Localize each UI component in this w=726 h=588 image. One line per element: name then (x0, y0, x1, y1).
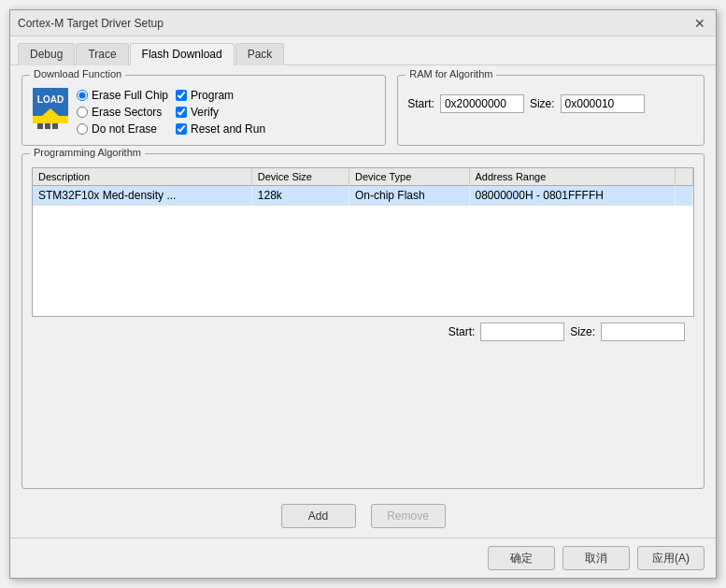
svg-rect-3 (37, 123, 43, 129)
cell-extra (675, 186, 692, 206)
programming-algorithm-group: Programming Algorithm Description Device… (21, 153, 705, 489)
close-button[interactable]: ✕ (691, 15, 708, 32)
ram-size-input[interactable] (561, 94, 645, 113)
add-button[interactable]: Add (281, 504, 356, 528)
tab-debug[interactable]: Debug (18, 43, 75, 65)
radio-group: Erase Full Chip Erase Sectors Do not Era… (77, 89, 168, 136)
prog-size-input[interactable] (601, 323, 685, 341)
main-window: Cortex-M Target Driver Setup ✕ Debug Tra… (9, 9, 717, 579)
title-bar: Cortex-M Target Driver Setup ✕ (10, 10, 716, 36)
ram-fields: Start: Size: (407, 94, 694, 113)
cell-device-size: 128k (251, 186, 349, 206)
col-device-size: Device Size (251, 168, 349, 186)
remove-button[interactable]: Remove (371, 504, 446, 528)
prog-start-label: Start: (448, 325, 476, 338)
cell-description: STM32F10x Med-density ... (33, 186, 251, 206)
ram-algorithm-group: RAM for Algorithm Start: Size: (397, 75, 705, 146)
start-label: Start: (407, 97, 434, 110)
checkbox-verify[interactable]: Verify (176, 106, 265, 119)
tab-pack[interactable]: Pack (235, 43, 285, 65)
cell-address-range: 08000000H - 0801FFFFH (469, 186, 675, 206)
col-extra (675, 168, 692, 186)
prog-size-label: Size: (570, 325, 595, 338)
content-area: Download Function LOAD (10, 65, 716, 538)
window-title: Cortex-M Target Driver Setup (18, 17, 164, 30)
download-function-inner: LOAD Erase Full Chip (32, 87, 376, 136)
ram-start-input[interactable] (440, 94, 524, 113)
svg-rect-5 (52, 123, 58, 129)
svg-rect-4 (45, 123, 50, 129)
programming-algorithm-title: Programming Algorithm (30, 147, 145, 158)
cancel-button[interactable]: 取消 (562, 546, 630, 570)
tab-bar: Debug Trace Flash Download Pack (10, 36, 716, 65)
radio-do-not-erase[interactable]: Do not Erase (77, 122, 168, 136)
apply-button[interactable]: 应用(A) (637, 546, 705, 570)
algorithm-table-container: Description Device Size Device Type Addr… (32, 167, 694, 317)
download-function-group: Download Function LOAD (21, 75, 386, 146)
svg-text:LOAD: LOAD (37, 94, 64, 105)
size-label: Size: (530, 97, 555, 110)
add-remove-row: Add Remove (21, 504, 705, 528)
top-section: Download Function LOAD (21, 75, 705, 146)
tab-trace[interactable]: Trace (76, 43, 128, 65)
tab-flash-download[interactable]: Flash Download (130, 43, 235, 65)
prog-start-input[interactable] (480, 323, 564, 341)
col-address-range: Address Range (469, 168, 675, 186)
load-icon-container: LOAD (32, 87, 69, 132)
checkbox-group: Program Verify Reset and Run (176, 89, 265, 136)
col-device-type: Device Type (349, 168, 469, 186)
table-header-row: Description Device Size Device Type Addr… (33, 168, 693, 186)
ok-button[interactable]: 确定 (488, 546, 555, 570)
download-function-title: Download Function (30, 68, 125, 79)
table-row[interactable]: STM32F10x Med-density ... 128k On-chip F… (33, 186, 693, 206)
prog-algo-content: Description Device Size Device Type Addr… (32, 167, 694, 341)
col-description: Description (33, 168, 251, 186)
radio-erase-sectors[interactable]: Erase Sectors (77, 106, 168, 119)
cell-device-type: On-chip Flash (349, 186, 469, 206)
algorithm-table: Description Device Size Device Type Addr… (33, 168, 693, 206)
load-icon-svg: LOAD (33, 88, 68, 131)
prog-start-size-row: Start: Size: (32, 323, 694, 341)
checkbox-program[interactable]: Program (176, 89, 265, 102)
checkbox-reset-and-run[interactable]: Reset and Run (176, 122, 265, 136)
ram-algorithm-title: RAM for Algorithm (406, 68, 496, 79)
radio-erase-full-chip[interactable]: Erase Full Chip (77, 89, 168, 102)
svg-rect-2 (33, 116, 68, 123)
footer: 确定 取消 应用(A) (10, 538, 716, 578)
